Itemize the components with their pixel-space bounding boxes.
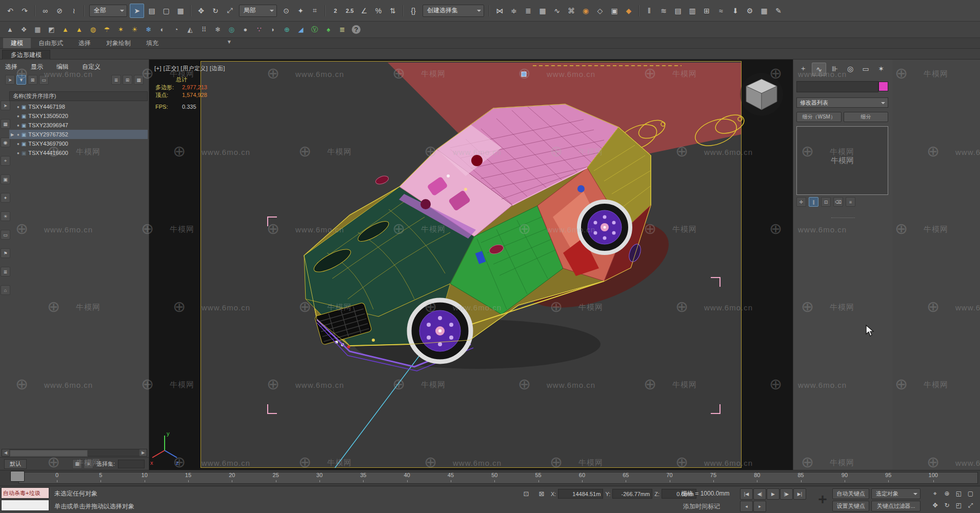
key-mode-dropdown[interactable]: 选定对象 [871,488,921,499]
motion-tab-icon[interactable]: ◎ [844,63,857,75]
polygon-modeling-panel-tab[interactable]: 多边形建模 [2,50,50,60]
modify-tab-icon[interactable]: ∿ [812,63,826,76]
scene-object-row[interactable]: ▶ ● ▣ TSXY29767352 [9,130,148,139]
custom-tool-icon[interactable]: ▲ [73,24,86,35]
maxscript-listener-line[interactable] [1,500,49,511]
zoom-all-icon[interactable]: ⊕ [941,487,953,499]
custom-tool-icon[interactable]: ♠ [322,24,335,35]
key-step-button[interactable]: ▸ [753,501,766,512]
select-and-rotate-icon[interactable]: ↻ [209,4,222,17]
custom-tool-icon[interactable]: ⠿ [197,24,210,35]
select-and-link-icon[interactable]: ∞ [38,4,52,17]
custom-tool-icon[interactable]: ▲ [59,24,72,35]
custom-tool-icon[interactable]: ● [239,24,252,35]
select-and-scale-icon[interactable]: ⤢ [223,4,236,17]
set-key-big-button[interactable]: + [815,489,830,509]
playback-button[interactable]: ▶| [793,488,806,500]
explorer-menu-item[interactable]: 选择 [5,63,17,71]
reference-coordinate-dropdown[interactable]: 局部 [239,5,277,17]
group-view-icon[interactable]: ⊞ [123,75,132,85]
orbit-icon[interactable]: ↻ [941,499,953,511]
ribbon-tab[interactable]: 对象绘制 [98,38,138,48]
selection-set-field[interactable] [118,460,145,468]
explorer-menu-item[interactable]: 显示 [31,63,43,71]
visibility-icon[interactable]: ● [17,132,19,137]
custom-tool-icon[interactable]: ☀ [128,24,141,35]
custom-tool-icon[interactable]: ▲ [4,24,16,35]
custom-tool-icon[interactable]: Ⓥ [308,24,321,35]
edit-named-selections-icon[interactable]: {} [407,4,420,17]
spline-vertex-marker[interactable] [522,72,526,76]
custom-tool-icon[interactable]: ◎ [225,24,238,35]
snap-2d-icon[interactable]: 2 [329,4,342,17]
curve-editor-icon[interactable]: ∿ [550,4,564,17]
visibility-icon[interactable]: ● [17,114,19,119]
scene-object-row[interactable]: ● ▣ TSXY13505020 [9,111,148,121]
rendered-frame-icon[interactable]: ▣ [608,4,621,17]
car-model[interactable] [304,104,651,371]
modifier-stack[interactable]: 牛模网 [796,126,888,195]
custom-tool-icon[interactable]: ❖ [17,24,30,35]
toolbar-icon[interactable]: ▤ [671,4,685,17]
time-tag-button[interactable]: 添加时间标记 [683,502,720,511]
display-tab-icon[interactable]: ▭ [859,63,872,75]
set-key-button[interactable]: 设置关键点 [832,501,869,511]
custom-tool-icon[interactable]: ◢ [294,24,307,35]
window-crossing-icon[interactable]: ▦ [174,4,187,17]
custom-tool-icon[interactable]: ◐ [156,24,169,35]
mirror-icon[interactable]: ⋈ [493,4,506,17]
redo-icon[interactable]: ↷ [18,4,31,17]
create-tab-icon[interactable]: ＋ [796,63,810,75]
custom-tool-icon[interactable]: ? [352,25,361,34]
modifier-button[interactable]: 细分（WSM） [796,112,842,122]
custom-tool-icon[interactable]: ≣ [336,24,349,35]
pin-stack-icon[interactable]: ✛ [796,197,806,207]
select-object-icon[interactable]: ➤ [130,4,144,18]
explorer-filter-icon[interactable]: ✦ [1,193,10,203]
playback-button[interactable]: ◀| [753,488,766,500]
zoom-extents-icon[interactable]: ◱ [953,487,965,499]
snap-25d-icon[interactable]: 2.5 [343,4,356,17]
explorer-menu-item[interactable]: 自定义 [82,63,101,71]
utilities-tab-icon[interactable]: ✶ [874,63,888,75]
ribbon-tab[interactable]: 建模 [3,38,31,48]
rollout-grip[interactable] [831,218,855,218]
key-step-button[interactable]: ◂ [740,501,753,512]
bind-to-space-warp-icon[interactable]: ≀ [67,4,81,17]
zoom-extents-all-icon[interactable]: ▢ [965,487,976,499]
toolbar-icon[interactable] [325,5,326,16]
material-editor-icon[interactable]: ◉ [579,4,592,17]
ribbon-options-icon[interactable]: ▼ [224,39,235,45]
time-slider-handle[interactable] [10,471,25,482]
align-icon[interactable]: ≑ [507,4,521,17]
toolbar-icon[interactable]: ≈ [714,4,728,17]
custom-tool-icon[interactable]: ◩ [45,24,58,35]
select-and-manipulate-icon[interactable]: ✦ [294,4,307,17]
custom-tool-icon[interactable]: ◍ [87,24,99,35]
layer-manager-icon[interactable]: ≣ [522,4,535,17]
modifier-list-dropdown[interactable]: 修改器列表 [796,97,888,108]
maximize-viewport-icon[interactable]: ⤢ [965,499,976,511]
view-cube[interactable] [740,73,783,116]
scroll-left-icon[interactable]: ◀ [2,449,9,456]
toolbar-icon[interactable]: ⊞ [700,4,713,17]
pan-icon[interactable]: ✥ [929,499,941,511]
column-options-icon[interactable]: ▦ [134,75,144,85]
scene-object-row[interactable]: ● ▣ TSXY44416600 [9,148,148,157]
auto-key-button[interactable]: 自动关键点 [832,488,869,499]
render-setup-icon[interactable]: ◇ [593,4,607,17]
explorer-filter-icon[interactable]: ☀ [1,211,10,221]
keyboard-override-icon[interactable]: ⌗ [308,4,322,17]
zoom-icon[interactable]: ⌖ [929,487,941,499]
selection-lock-icon[interactable]: ⊠ [535,488,548,499]
select-by-name-icon[interactable]: ▤ [145,4,158,17]
scrollbar-thumb[interactable] [10,450,88,457]
filter-icon[interactable]: ▼ [16,75,26,85]
explorer-horizontal-scrollbar[interactable]: ◀ ▶ [2,449,147,457]
toolbar-icon[interactable]: ▦ [757,4,771,17]
select-and-move-icon[interactable]: ✥ [194,4,208,17]
viewport-label[interactable]: [+] [正交] [用户定义] [边面] [154,65,225,72]
ribbon-toggle-icon[interactable]: ▦ [536,4,549,17]
toolbar-icon[interactable]: ▥ [686,4,699,17]
toolbar-icon[interactable]: ≋ [657,4,670,17]
